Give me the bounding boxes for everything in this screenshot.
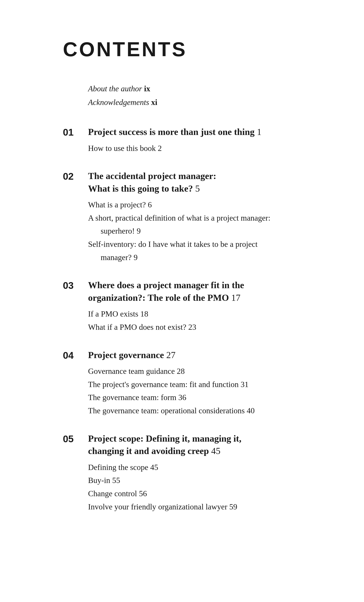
- front-matter-section: About the author ix Acknowledgements xi: [88, 82, 318, 109]
- sub-item-05-3: Involve your friendly organizational law…: [88, 500, 318, 513]
- chapter-num-03: 03: [63, 279, 88, 333]
- ack-label: Acknowledgements: [88, 98, 149, 107]
- chapter-title-page-01: 1: [257, 127, 261, 137]
- toc-entry-02: 02 The accidental project manager:What i…: [63, 170, 318, 264]
- chapter-title-page-02: 5: [195, 183, 200, 194]
- sub-item-04-3: The governance team: operational conside…: [88, 404, 318, 417]
- chapter-title-page-05: 45: [211, 446, 220, 456]
- chapter-num-01: 01: [63, 126, 88, 155]
- chapter-title-page-03: 17: [231, 293, 240, 303]
- sub-item-03-0: If a PMO exists 18: [88, 307, 318, 321]
- sub-item-05-2: Change control 56: [88, 487, 318, 500]
- sub-item-04-2: The governance team: form 36: [88, 391, 318, 404]
- toc-entry-04: 04 Project governance 27 Governance team…: [63, 349, 318, 417]
- sub-item-02-2: superhero! 9: [101, 224, 318, 238]
- sub-item-04-1: The project's governance team: fit and f…: [88, 378, 318, 391]
- page: CONTENTS About the author ix Acknowledge…: [0, 0, 364, 602]
- sub-item-02-4: manager? 9: [101, 251, 318, 264]
- chapter-title-05: Project scope: Defining it, managing it,…: [88, 432, 318, 457]
- about-page: ix: [144, 84, 150, 93]
- chapter-title-page-04: 27: [166, 350, 176, 360]
- chapter-title-01: Project success is more than just one th…: [88, 126, 318, 138]
- chapter-num-02: 02: [63, 170, 88, 264]
- sub-item-04-0: Governance team guidance 28: [88, 365, 318, 378]
- chapter-title-02: The accidental project manager:What is t…: [88, 170, 318, 195]
- sub-item-05-1: Buy-in 55: [88, 474, 318, 487]
- sub-item-05-0: Defining the scope 45: [88, 461, 318, 474]
- chapter-content-02: The accidental project manager:What is t…: [88, 170, 318, 264]
- page-title: CONTENTS: [63, 38, 318, 61]
- chapter-content-03: Where does a project manager fit in theo…: [88, 279, 318, 333]
- toc-entry-01: 01 Project success is more than just one…: [63, 126, 318, 155]
- chapter-title-03: Where does a project manager fit in theo…: [88, 279, 318, 304]
- chapter-title-04: Project governance 27: [88, 349, 318, 361]
- chapter-title-text-01: Project success is more than just one th…: [88, 127, 255, 137]
- toc-entry-03: 03 Where does a project manager fit in t…: [63, 279, 318, 333]
- ack-page: xi: [151, 98, 157, 107]
- chapter-num-05: 05: [63, 432, 88, 513]
- sub-item-02-1: A short, practical definition of what is…: [88, 211, 318, 225]
- sub-item-02-3: Self-inventory: do I have what it takes …: [88, 238, 318, 251]
- chapter-content-01: Project success is more than just one th…: [88, 126, 318, 155]
- front-matter-about: About the author ix: [88, 82, 318, 96]
- toc-entry-05: 05 Project scope: Defining it, managing …: [63, 432, 318, 513]
- chapter-content-05: Project scope: Defining it, managing it,…: [88, 432, 318, 513]
- sub-item-02-0: What is a project? 6: [88, 198, 318, 211]
- front-matter-acknowledgements: Acknowledgements xi: [88, 96, 318, 109]
- chapter-content-04: Project governance 27 Governance team gu…: [88, 349, 318, 417]
- sub-item-03-1: What if a PMO does not exist? 23: [88, 321, 318, 334]
- about-label: About the author: [88, 84, 142, 93]
- sub-item-01-0: How to use this book 2: [88, 142, 318, 155]
- chapter-num-04: 04: [63, 349, 88, 417]
